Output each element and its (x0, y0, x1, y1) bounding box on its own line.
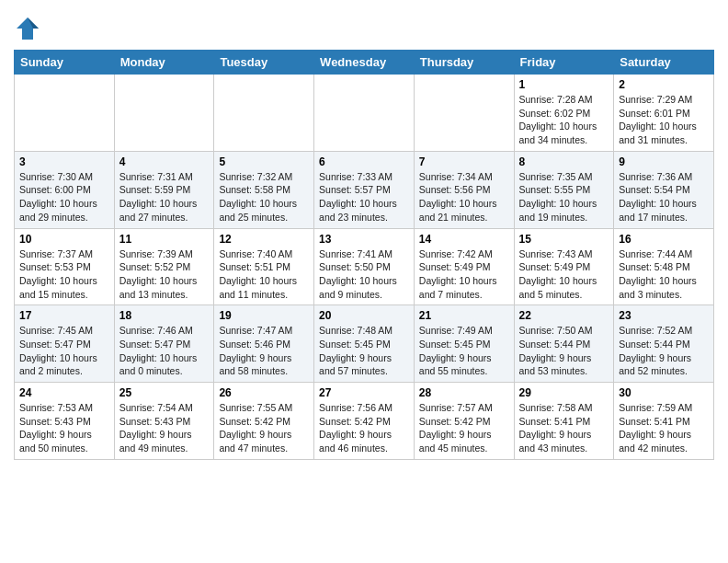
day-number: 10 (19, 233, 109, 246)
day-info: Sunrise: 7:46 AM Sunset: 5:47 PM Dayligh… (119, 324, 210, 378)
calendar-cell: 15Sunrise: 7:43 AM Sunset: 5:49 PM Dayli… (514, 228, 614, 305)
calendar-cell: 7Sunrise: 7:34 AM Sunset: 5:56 PM Daylig… (414, 151, 514, 228)
day-number: 9 (619, 155, 709, 168)
calendar-cell: 17Sunrise: 7:45 AM Sunset: 5:47 PM Dayli… (15, 305, 115, 383)
calendar-cell: 8Sunrise: 7:35 AM Sunset: 5:55 PM Daylig… (514, 151, 614, 228)
weekday-header: Thursday (414, 51, 514, 75)
calendar-cell: 18Sunrise: 7:46 AM Sunset: 5:47 PM Dayli… (114, 305, 214, 383)
day-info: Sunrise: 7:35 AM Sunset: 5:55 PM Dayligh… (519, 170, 609, 224)
day-info: Sunrise: 7:47 AM Sunset: 5:46 PM Dayligh… (219, 324, 309, 378)
day-number: 19 (219, 309, 309, 322)
day-number: 5 (219, 155, 309, 168)
day-info: Sunrise: 7:36 AM Sunset: 5:54 PM Dayligh… (619, 170, 709, 224)
calendar-cell (114, 75, 214, 152)
day-number: 4 (119, 155, 210, 168)
day-info: Sunrise: 7:53 AM Sunset: 5:43 PM Dayligh… (19, 401, 109, 455)
calendar-cell: 5Sunrise: 7:32 AM Sunset: 5:58 PM Daylig… (214, 151, 314, 228)
day-number: 15 (519, 233, 609, 246)
day-info: Sunrise: 7:57 AM Sunset: 5:42 PM Dayligh… (419, 401, 509, 455)
calendar-cell: 12Sunrise: 7:40 AM Sunset: 5:51 PM Dayli… (214, 228, 314, 305)
day-number: 16 (619, 233, 709, 246)
logo (14, 15, 45, 42)
calendar-cell (414, 75, 514, 152)
day-info: Sunrise: 7:40 AM Sunset: 5:51 PM Dayligh… (219, 247, 309, 302)
weekday-header: Monday (114, 51, 214, 75)
day-number: 28 (419, 386, 509, 399)
day-info: Sunrise: 7:28 AM Sunset: 6:02 PM Dayligh… (519, 93, 609, 147)
day-info: Sunrise: 7:44 AM Sunset: 5:48 PM Dayligh… (619, 247, 709, 302)
calendar-cell: 4Sunrise: 7:31 AM Sunset: 5:59 PM Daylig… (114, 151, 214, 228)
calendar-cell: 28Sunrise: 7:57 AM Sunset: 5:42 PM Dayli… (414, 383, 514, 460)
day-info: Sunrise: 7:45 AM Sunset: 5:47 PM Dayligh… (19, 324, 109, 378)
weekday-header: Sunday (15, 51, 115, 75)
calendar-week-row: 24Sunrise: 7:53 AM Sunset: 5:43 PM Dayli… (15, 383, 714, 460)
day-number: 7 (419, 155, 509, 168)
day-info: Sunrise: 7:49 AM Sunset: 5:45 PM Dayligh… (419, 324, 509, 378)
header (14, 9, 714, 42)
calendar-cell: 30Sunrise: 7:59 AM Sunset: 5:41 PM Dayli… (614, 383, 714, 460)
calendar-cell: 16Sunrise: 7:44 AM Sunset: 5:48 PM Dayli… (614, 228, 714, 305)
day-number: 3 (19, 155, 109, 168)
day-number: 13 (319, 233, 409, 246)
day-number: 12 (219, 233, 309, 246)
day-info: Sunrise: 7:37 AM Sunset: 5:53 PM Dayligh… (19, 247, 109, 302)
calendar-cell: 14Sunrise: 7:42 AM Sunset: 5:49 PM Dayli… (414, 228, 514, 305)
day-number: 8 (519, 155, 609, 168)
weekday-header: Tuesday (214, 51, 314, 75)
day-info: Sunrise: 7:39 AM Sunset: 5:52 PM Dayligh… (119, 247, 210, 302)
calendar-cell: 3Sunrise: 7:30 AM Sunset: 6:00 PM Daylig… (15, 151, 115, 228)
day-number: 29 (519, 386, 609, 399)
calendar-cell: 6Sunrise: 7:33 AM Sunset: 5:57 PM Daylig… (314, 151, 415, 228)
calendar-cell: 25Sunrise: 7:54 AM Sunset: 5:43 PM Dayli… (114, 383, 214, 460)
calendar-cell: 13Sunrise: 7:41 AM Sunset: 5:50 PM Dayli… (314, 228, 415, 305)
logo-icon (14, 15, 41, 42)
day-number: 18 (119, 309, 210, 322)
calendar-week-row: 17Sunrise: 7:45 AM Sunset: 5:47 PM Dayli… (15, 305, 714, 383)
weekday-header: Saturday (614, 51, 714, 75)
day-number: 20 (319, 309, 409, 322)
weekday-header: Friday (514, 51, 614, 75)
calendar-cell (314, 75, 415, 152)
day-info: Sunrise: 7:29 AM Sunset: 6:01 PM Dayligh… (619, 93, 709, 147)
day-info: Sunrise: 7:58 AM Sunset: 5:41 PM Dayligh… (519, 401, 609, 455)
day-number: 17 (19, 309, 109, 322)
day-info: Sunrise: 7:50 AM Sunset: 5:44 PM Dayligh… (519, 324, 609, 378)
day-number: 6 (319, 155, 409, 168)
day-number: 24 (19, 386, 109, 399)
calendar-week-row: 3Sunrise: 7:30 AM Sunset: 6:00 PM Daylig… (15, 151, 714, 228)
weekday-header-row: SundayMondayTuesdayWednesdayThursdayFrid… (15, 51, 714, 75)
day-info: Sunrise: 7:52 AM Sunset: 5:44 PM Dayligh… (619, 324, 709, 378)
day-number: 22 (519, 309, 609, 322)
day-number: 21 (419, 309, 509, 322)
day-number: 11 (119, 233, 210, 246)
calendar-cell: 22Sunrise: 7:50 AM Sunset: 5:44 PM Dayli… (514, 305, 614, 383)
day-info: Sunrise: 7:41 AM Sunset: 5:50 PM Dayligh… (319, 247, 409, 302)
calendar-cell: 27Sunrise: 7:56 AM Sunset: 5:42 PM Dayli… (314, 383, 415, 460)
day-info: Sunrise: 7:30 AM Sunset: 6:00 PM Dayligh… (19, 170, 109, 224)
calendar-table: SundayMondayTuesdayWednesdayThursdayFrid… (14, 50, 714, 460)
day-number: 27 (319, 386, 409, 399)
day-info: Sunrise: 7:54 AM Sunset: 5:43 PM Dayligh… (119, 401, 210, 455)
day-number: 2 (619, 78, 709, 91)
day-number: 14 (419, 233, 509, 246)
calendar-cell: 23Sunrise: 7:52 AM Sunset: 5:44 PM Dayli… (614, 305, 714, 383)
calendar-cell: 11Sunrise: 7:39 AM Sunset: 5:52 PM Dayli… (114, 228, 214, 305)
calendar-cell: 10Sunrise: 7:37 AM Sunset: 5:53 PM Dayli… (15, 228, 115, 305)
calendar-week-row: 10Sunrise: 7:37 AM Sunset: 5:53 PM Dayli… (15, 228, 714, 305)
day-number: 30 (619, 386, 709, 399)
calendar-cell: 29Sunrise: 7:58 AM Sunset: 5:41 PM Dayli… (514, 383, 614, 460)
day-info: Sunrise: 7:55 AM Sunset: 5:42 PM Dayligh… (219, 401, 309, 455)
calendar-cell (15, 75, 115, 152)
day-info: Sunrise: 7:42 AM Sunset: 5:49 PM Dayligh… (419, 247, 509, 302)
weekday-header: Wednesday (314, 51, 415, 75)
day-number: 25 (119, 386, 210, 399)
calendar-cell: 19Sunrise: 7:47 AM Sunset: 5:46 PM Dayli… (214, 305, 314, 383)
day-number: 23 (619, 309, 709, 322)
calendar-week-row: 1Sunrise: 7:28 AM Sunset: 6:02 PM Daylig… (15, 75, 714, 152)
calendar-cell: 21Sunrise: 7:49 AM Sunset: 5:45 PM Dayli… (414, 305, 514, 383)
calendar-cell (214, 75, 314, 152)
day-info: Sunrise: 7:43 AM Sunset: 5:49 PM Dayligh… (519, 247, 609, 302)
calendar-cell: 9Sunrise: 7:36 AM Sunset: 5:54 PM Daylig… (614, 151, 714, 228)
day-info: Sunrise: 7:31 AM Sunset: 5:59 PM Dayligh… (119, 170, 210, 224)
day-info: Sunrise: 7:32 AM Sunset: 5:58 PM Dayligh… (219, 170, 309, 224)
